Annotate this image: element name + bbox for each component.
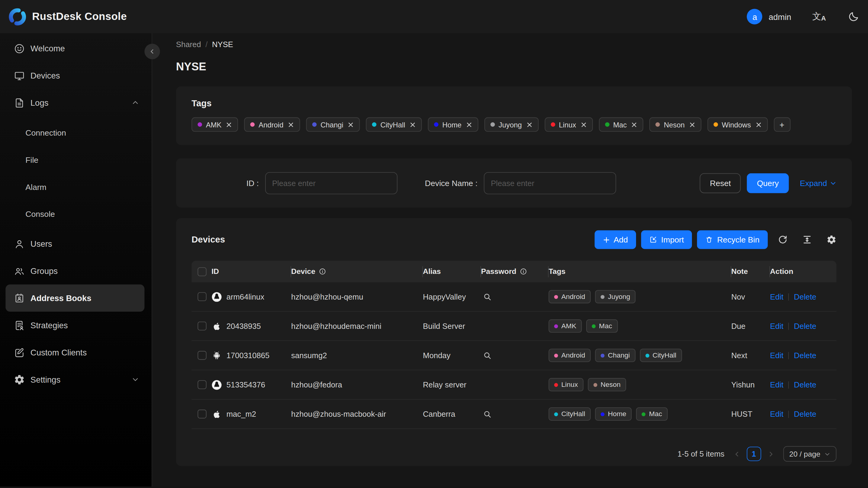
edit-square-icon bbox=[14, 347, 25, 358]
edit-link[interactable]: Edit bbox=[770, 322, 783, 330]
next-page-button[interactable] bbox=[767, 450, 774, 458]
sidebar-collapse-button[interactable] bbox=[144, 44, 160, 59]
remove-tag-icon[interactable] bbox=[226, 121, 232, 127]
row-checkbox[interactable] bbox=[197, 380, 206, 389]
breadcrumb-parent[interactable]: Shared bbox=[176, 40, 201, 49]
device-id: arm64linux bbox=[226, 292, 265, 301]
sidebar-item-address-books[interactable]: Address Books bbox=[5, 284, 144, 312]
table-header: ID Device Alias Password Tags bbox=[191, 261, 836, 282]
language-icon[interactable]: 文A bbox=[812, 11, 826, 22]
column-password: Password bbox=[481, 267, 549, 275]
monitor-icon bbox=[14, 70, 25, 81]
refresh-icon[interactable] bbox=[778, 235, 788, 245]
view-password-icon[interactable] bbox=[483, 409, 492, 419]
tag-chip: Home bbox=[428, 118, 478, 132]
filter-card: ID : Device Name : Reset Query Expand bbox=[176, 158, 852, 208]
edit-link[interactable]: Edit bbox=[770, 409, 783, 418]
view-password-icon[interactable] bbox=[483, 292, 492, 301]
query-button[interactable]: Query bbox=[747, 173, 788, 193]
tag-color-dot bbox=[656, 122, 660, 127]
row-height-icon[interactable] bbox=[802, 235, 812, 245]
tag-chip: Changi bbox=[595, 349, 636, 362]
remove-tag-icon[interactable] bbox=[348, 121, 354, 127]
id-input[interactable] bbox=[265, 172, 397, 194]
column-note: Note bbox=[731, 267, 770, 275]
import-icon bbox=[650, 236, 657, 244]
page-size-select[interactable]: 20 / page bbox=[783, 446, 837, 461]
sidebar-item-users[interactable]: Users bbox=[5, 230, 144, 257]
add-device-button[interactable]: Add bbox=[594, 230, 637, 249]
linux-icon bbox=[211, 379, 222, 390]
column-tags: Tags bbox=[549, 267, 731, 275]
sidebar-item-settings[interactable]: Settings bbox=[5, 366, 144, 393]
remove-tag-icon[interactable] bbox=[526, 121, 532, 127]
edit-link[interactable]: Edit bbox=[770, 292, 783, 301]
tags-card-title: Tags bbox=[191, 98, 836, 109]
chevron-down-icon bbox=[830, 180, 837, 186]
tag-chip: Linux bbox=[549, 378, 583, 391]
device-name-input[interactable] bbox=[484, 172, 616, 194]
sidebar-item-welcome[interactable]: Welcome bbox=[5, 35, 144, 62]
tag-chip: Mac bbox=[599, 118, 644, 132]
chevron-up-icon bbox=[132, 99, 139, 106]
tag-color-dot bbox=[434, 122, 438, 127]
select-all-checkbox[interactable] bbox=[197, 267, 206, 276]
edit-link[interactable]: Edit bbox=[770, 351, 783, 360]
trash-icon bbox=[706, 236, 713, 244]
remove-tag-icon[interactable] bbox=[689, 121, 695, 127]
add-tag-button[interactable]: + bbox=[774, 118, 790, 132]
tag-chip: Windows bbox=[707, 118, 768, 132]
device-note: HUST bbox=[731, 409, 770, 418]
sidebar-item-file[interactable]: File bbox=[0, 146, 152, 173]
prev-page-button[interactable] bbox=[733, 450, 741, 458]
row-checkbox[interactable] bbox=[197, 292, 206, 301]
page-number-button[interactable]: 1 bbox=[747, 447, 761, 461]
info-circle-icon[interactable] bbox=[520, 268, 527, 275]
expand-link[interactable]: Expand bbox=[800, 179, 836, 187]
sidebar-item-logs[interactable]: Logs bbox=[5, 89, 144, 116]
device-note: Yishun bbox=[731, 380, 770, 389]
sidebar-item-custom-clients[interactable]: Custom Clients bbox=[5, 339, 144, 366]
import-button[interactable]: Import bbox=[641, 230, 692, 249]
recycle-bin-button[interactable]: Recycle Bin bbox=[697, 230, 768, 249]
remove-tag-icon[interactable] bbox=[288, 121, 294, 127]
info-circle-icon[interactable] bbox=[319, 268, 326, 275]
sidebar-item-connection[interactable]: Connection bbox=[0, 119, 152, 146]
tag-chip: CityHall bbox=[549, 407, 590, 421]
edit-link[interactable]: Edit bbox=[770, 380, 783, 389]
breadcrumb-separator: / bbox=[205, 40, 208, 49]
filter-actions: Reset Query Expand bbox=[700, 173, 837, 193]
view-password-icon[interactable] bbox=[483, 350, 492, 360]
remove-tag-icon[interactable] bbox=[631, 121, 637, 127]
avatar[interactable]: a bbox=[747, 9, 762, 24]
table-settings-gear-icon[interactable] bbox=[827, 235, 837, 245]
sidebar-item-console[interactable]: Console bbox=[0, 201, 152, 228]
brand: RustDesk Console bbox=[8, 7, 127, 26]
user-name[interactable]: admin bbox=[769, 12, 791, 21]
row-checkbox[interactable] bbox=[197, 409, 206, 418]
row-checkbox[interactable] bbox=[197, 322, 206, 330]
row-checkbox[interactable] bbox=[197, 351, 206, 360]
delete-link[interactable]: Delete bbox=[794, 322, 816, 330]
apple-icon bbox=[211, 409, 222, 420]
sidebar-item-groups[interactable]: Groups bbox=[5, 257, 144, 284]
remove-tag-icon[interactable] bbox=[466, 121, 472, 127]
dark-mode-moon-icon[interactable] bbox=[848, 11, 859, 22]
sidebar-item-strategies[interactable]: Strategies bbox=[5, 312, 144, 339]
delete-link[interactable]: Delete bbox=[794, 292, 816, 301]
device-id: 1700310865 bbox=[226, 351, 270, 360]
sidebar-item-alarm[interactable]: Alarm bbox=[0, 173, 152, 201]
remove-tag-icon[interactable] bbox=[755, 121, 762, 127]
remove-tag-icon[interactable] bbox=[581, 121, 587, 127]
delete-link[interactable]: Delete bbox=[794, 351, 816, 360]
delete-link[interactable]: Delete bbox=[794, 380, 816, 389]
sidebar-item-label: Settings bbox=[31, 375, 60, 384]
tag-chip: Changi bbox=[306, 118, 360, 132]
sidebar-item-label: Devices bbox=[31, 71, 60, 80]
table-row: 20438935 hzhou@hzhoudemac-mini Build Ser… bbox=[191, 312, 836, 341]
sidebar-item-devices[interactable]: Devices bbox=[5, 62, 144, 89]
reset-button[interactable]: Reset bbox=[700, 173, 741, 193]
remove-tag-icon[interactable] bbox=[409, 121, 415, 127]
delete-link[interactable]: Delete bbox=[794, 409, 816, 418]
device-note: Next bbox=[731, 351, 770, 360]
